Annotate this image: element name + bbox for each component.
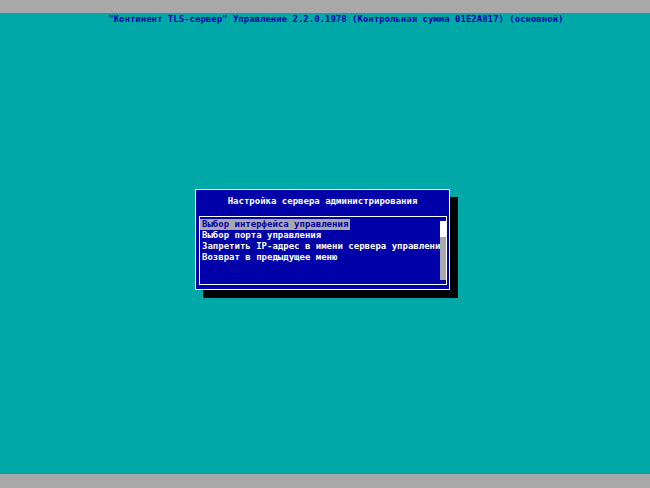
menu-item-select-management-interface[interactable]: Выбор интерфейса управления xyxy=(200,219,446,230)
menu-list: Выбор интерфейса управления Выбор порта … xyxy=(199,216,447,285)
menu-item-select-management-port[interactable]: Выбор порта управления xyxy=(200,230,446,241)
menu-item-label: Выбор интерфейса управления xyxy=(200,219,350,230)
status-bar: Стрелки, PgUp, PgDn - навигация, ESC - в… xyxy=(0,474,650,488)
menu-item-forbid-ip-in-server-name[interactable]: Запретить IP-адрес в имени сервера управ… xyxy=(200,241,446,252)
menu-item-return-previous-menu[interactable]: Возврат в предыдущее меню xyxy=(200,252,446,263)
menu-item-label: Возврат в предыдущее меню xyxy=(202,252,337,262)
scrollbar[interactable] xyxy=(440,221,446,280)
menu-item-label: Запретить IP-адрес в имени сервера управ… xyxy=(202,241,446,251)
admin-server-settings-dialog: Настройка сервера администрирования Выбо… xyxy=(195,189,450,290)
console-screen: "Континент TLS-сервер" Управление 2.2.0.… xyxy=(0,0,650,488)
title-bar: "Континент TLS-сервер" Управление 2.2.0.… xyxy=(0,0,650,13)
menu-item-label: Выбор порта управления xyxy=(202,230,321,240)
dialog-title: Настройка сервера администрирования xyxy=(196,196,449,206)
title-bar-text: "Континент TLS-сервер" Управление 2.2.0.… xyxy=(108,14,563,24)
scrollbar-thumb[interactable] xyxy=(440,221,446,237)
